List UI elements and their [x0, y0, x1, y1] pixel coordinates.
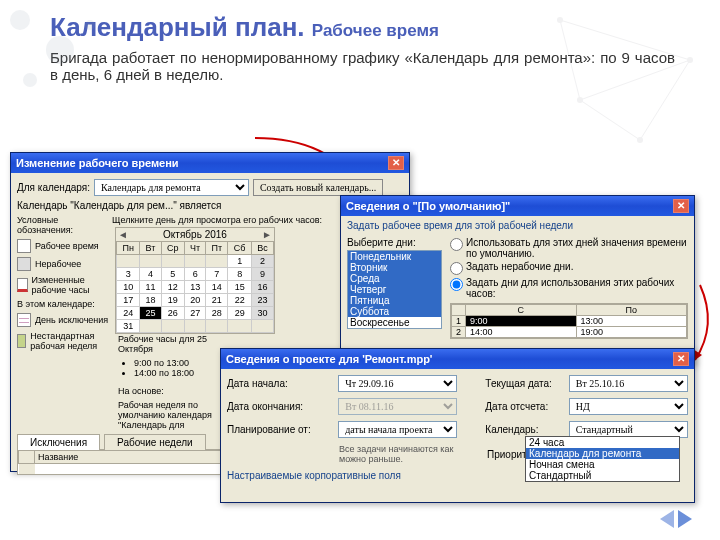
legend-swatch-changed	[17, 278, 28, 292]
plan-from-label: Планирование от:	[227, 424, 334, 435]
dropdown-option[interactable]: Стандартный	[526, 470, 679, 481]
calendar-day[interactable]: 8	[228, 268, 252, 281]
calendar-day	[252, 320, 274, 333]
legend-header: Условные обозначения:	[17, 215, 112, 235]
calendar-day[interactable]: 2	[252, 255, 274, 268]
day-option[interactable]: Воскресенье	[348, 317, 441, 328]
titlebar[interactable]: Изменение рабочего времени ✕	[11, 153, 409, 173]
next-month-icon[interactable]: ►	[261, 229, 273, 240]
dropdown-option[interactable]: Ночная смена	[526, 459, 679, 470]
calendar-day[interactable]: 5	[161, 268, 185, 281]
calendar-day[interactable]: 3	[117, 268, 140, 281]
calendar-day[interactable]: 23	[252, 294, 274, 307]
calendar-day[interactable]: 25	[140, 307, 161, 320]
start-date-field[interactable]: Чт 29.09.16	[338, 375, 457, 392]
svg-line-1	[640, 60, 690, 140]
window-title: Сведения о проекте для 'Ремонт.mpp'	[226, 353, 432, 365]
calendar-day[interactable]: 7	[206, 268, 228, 281]
calendar-day	[206, 320, 228, 333]
day-option[interactable]: Пятница	[348, 295, 441, 306]
calendar-select[interactable]: Календарь для ремонта	[94, 179, 249, 196]
calendar-day[interactable]: 14	[206, 281, 228, 294]
calendar-day[interactable]: 24	[117, 307, 140, 320]
calendar-day[interactable]: 26	[161, 307, 185, 320]
day-option[interactable]: Среда	[348, 273, 441, 284]
current-date-label: Текущая дата:	[485, 378, 564, 389]
radio-specific[interactable]: Задать дни для использования этих рабочи…	[450, 277, 688, 299]
next-slide-icon[interactable]	[678, 510, 692, 528]
calendar-day	[185, 320, 206, 333]
calendar-day[interactable]: 9	[252, 268, 274, 281]
subtitle: Задать рабочее время для этой рабочей не…	[341, 216, 694, 231]
window-title: Изменение рабочего времени	[16, 157, 179, 169]
calendar-dropdown[interactable]: 24 часаКалендарь для ремонтаНочная смена…	[525, 436, 680, 482]
calendar-day[interactable]: 28	[206, 307, 228, 320]
report-date-field[interactable]: НД	[569, 398, 688, 415]
calendar-day[interactable]: 18	[140, 294, 161, 307]
calendar-day[interactable]: 21	[206, 294, 228, 307]
titlebar[interactable]: Сведения о "[По умолчанию]" ✕	[341, 196, 694, 216]
tab-work-weeks[interactable]: Рабочие недели	[104, 434, 205, 450]
day-option[interactable]: Понедельник	[348, 251, 441, 262]
close-icon[interactable]: ✕	[673, 199, 689, 213]
dropdown-option[interactable]: Календарь для ремонта	[526, 448, 679, 459]
svg-line-0	[560, 20, 690, 60]
plan-from-field[interactable]: даты начала проекта	[338, 421, 457, 438]
close-icon[interactable]: ✕	[673, 352, 689, 366]
calendar-day[interactable]: 16	[252, 281, 274, 294]
calendar-day[interactable]: 10	[117, 281, 140, 294]
svg-point-10	[46, 36, 74, 64]
for-calendar-label: Для календаря:	[17, 182, 90, 193]
svg-point-7	[637, 137, 643, 143]
prev-slide-icon[interactable]	[660, 510, 674, 528]
days-listbox[interactable]: ПонедельникВторникСредаЧетвергПятницаСуб…	[347, 250, 442, 329]
calendar-day[interactable]: 4	[140, 268, 161, 281]
prev-month-icon[interactable]: ◄	[117, 229, 129, 240]
legend-swatch-work	[17, 239, 31, 253]
calendar-day	[228, 320, 252, 333]
calendar-day[interactable]: 11	[140, 281, 161, 294]
calendar-day[interactable]: 15	[228, 281, 252, 294]
calendar-day[interactable]: 20	[185, 294, 206, 307]
create-calendar-button[interactable]: Создать новый календарь...	[253, 179, 383, 196]
calendar-is-label: Календарь "Календарь для рем..." являетс…	[17, 200, 221, 211]
calendar-day[interactable]: 19	[161, 294, 185, 307]
svg-point-6	[687, 57, 693, 63]
calendar-day[interactable]: 22	[228, 294, 252, 307]
day-option[interactable]: Суббота	[348, 306, 441, 317]
calendar-day[interactable]: 13	[185, 281, 206, 294]
radio-nonworking[interactable]: Задать нерабочие дни.	[450, 261, 688, 275]
radio-default[interactable]: Использовать для этих дней значения врем…	[450, 237, 688, 259]
calendar-day[interactable]: 30	[252, 307, 274, 320]
end-date-field[interactable]: Вт 08.11.16	[338, 398, 457, 415]
svg-point-5	[557, 17, 563, 23]
calendar-day[interactable]: 6	[185, 268, 206, 281]
svg-point-11	[23, 73, 37, 87]
svg-line-3	[560, 20, 580, 100]
calendar-day[interactable]: 17	[117, 294, 140, 307]
calendar-day[interactable]: 12	[161, 281, 185, 294]
day-option[interactable]: Четверг	[348, 284, 441, 295]
svg-line-4	[580, 60, 690, 100]
tab-exceptions[interactable]: Исключения	[17, 434, 100, 450]
legend-swatch-exception	[17, 313, 31, 327]
current-date-field[interactable]: Вт 25.10.16	[569, 375, 688, 392]
calendar-day	[117, 255, 140, 268]
dropdown-option[interactable]: 24 часа	[526, 437, 679, 448]
day-option[interactable]: Вторник	[348, 262, 441, 273]
window-default-details: Сведения о "[По умолчанию]" ✕ Задать раб…	[340, 195, 695, 365]
calendar-day[interactable]: 29	[228, 307, 252, 320]
calendar-label: Календарь:	[485, 424, 564, 435]
svg-point-9	[10, 10, 30, 30]
calendar-day[interactable]: 27	[185, 307, 206, 320]
month-label: Октябрь 2016	[163, 229, 227, 240]
close-icon[interactable]: ✕	[388, 156, 404, 170]
pick-days-label: Выберите дни:	[347, 237, 442, 248]
plan-hint: Все задачи начинаются как можно раньше.	[339, 444, 459, 464]
titlebar[interactable]: Сведения о проекте для 'Ремонт.mpp' ✕	[221, 349, 694, 369]
svg-point-12	[85, 20, 95, 30]
calendar-day[interactable]: 1	[228, 255, 252, 268]
calendar-day[interactable]: 31	[117, 320, 140, 333]
calendar-day	[161, 255, 185, 268]
hours-grid[interactable]: СПо 19:0013:00214:0019:00	[450, 303, 688, 339]
